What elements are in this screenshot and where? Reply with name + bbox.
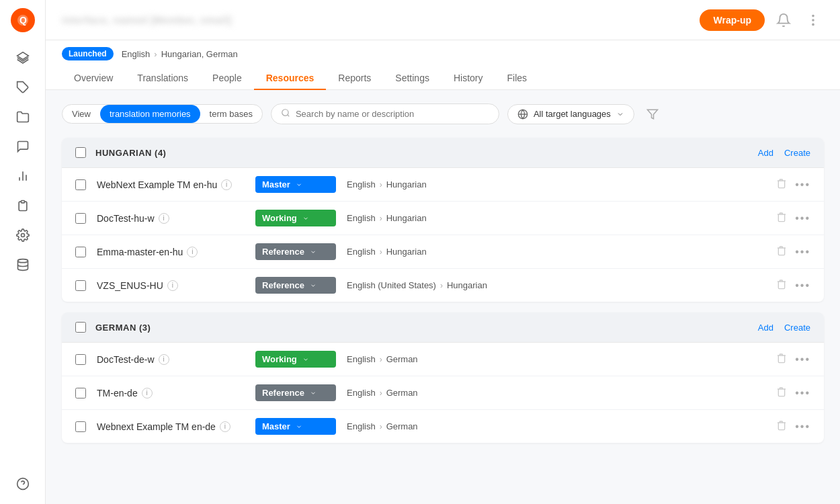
row-checkbox[interactable] — [75, 247, 86, 257]
status-badge: Launched — [62, 47, 114, 60]
content-area: View translation memories term bases All… — [46, 90, 840, 504]
notification-icon[interactable] — [773, 9, 794, 31]
svg-point-13 — [812, 19, 814, 21]
delete-icon[interactable] — [776, 420, 787, 433]
row-language: English › Hungarian — [347, 179, 765, 190]
search-box[interactable] — [271, 103, 499, 124]
svg-point-15 — [282, 110, 288, 116]
view-toggle-term-bases[interactable]: term bases — [200, 105, 262, 123]
hungarian-select-all-checkbox[interactable] — [75, 147, 86, 158]
tab-resources[interactable]: Resources — [254, 67, 327, 90]
more-options-icon[interactable] — [802, 9, 824, 31]
svg-point-8 — [21, 234, 24, 237]
delete-icon[interactable] — [776, 353, 787, 366]
row-name: DocTest-hu-w i — [97, 213, 245, 224]
info-icon[interactable]: i — [142, 388, 153, 398]
german-select-all-checkbox[interactable] — [75, 322, 86, 333]
svg-point-14 — [812, 24, 814, 25]
row-checkbox[interactable] — [75, 354, 86, 365]
german-section-header: GERMAN (3) Add Create — [62, 312, 824, 343]
role-badge-reference[interactable]: Reference — [255, 384, 336, 401]
more-icon[interactable]: ••• — [795, 387, 810, 399]
svg-rect-7 — [21, 201, 24, 203]
search-input[interactable] — [296, 109, 489, 119]
row-name: VZS_ENUS-HU i — [97, 280, 245, 291]
delete-icon[interactable] — [776, 386, 787, 400]
row-name: TM-en-de i — [97, 388, 245, 398]
tab-people[interactable]: People — [200, 67, 254, 90]
delete-icon[interactable] — [776, 178, 787, 192]
search-icon — [281, 108, 290, 120]
role-badge-master[interactable]: Master — [255, 176, 336, 193]
delete-icon[interactable] — [776, 245, 787, 259]
row-checkbox[interactable] — [75, 388, 86, 398]
more-icon[interactable]: ••• — [795, 246, 810, 258]
filter-icon[interactable] — [642, 104, 663, 124]
sidebar-icon-layers[interactable] — [11, 46, 35, 70]
table-row: Webnext Example TM en-de i Master Englis… — [62, 410, 824, 443]
topbar: interface, named [Member, email] Wrap-up — [46, 0, 840, 40]
more-icon[interactable]: ••• — [795, 179, 810, 191]
hungarian-create-button[interactable]: Create — [784, 148, 810, 158]
tab-overview[interactable]: Overview — [62, 67, 125, 90]
delete-icon[interactable] — [776, 279, 787, 292]
info-icon[interactable]: i — [220, 421, 230, 432]
info-icon[interactable]: i — [187, 247, 198, 257]
view-toggle-view[interactable]: View — [62, 105, 100, 123]
table-row: TM-en-de i Reference English › German — [62, 376, 824, 410]
language-filter[interactable]: All target languages — [507, 104, 634, 124]
row-language: English (United States) › Hungarian — [347, 280, 765, 290]
role-badge-master[interactable]: Master — [255, 418, 336, 435]
german-create-button[interactable]: Create — [784, 323, 810, 333]
row-name: WebNext Example TM en-hu i — [97, 179, 245, 190]
tab-translations[interactable]: Translations — [125, 67, 200, 90]
sidebar-icon-folder[interactable] — [11, 105, 35, 129]
filter-bar: View translation memories term bases All… — [62, 103, 824, 124]
delete-icon[interactable] — [776, 212, 787, 225]
breadcrumb-separator: › — [154, 49, 157, 59]
role-badge-reference[interactable]: Reference — [255, 243, 336, 260]
project-status-row: Launched English › Hungarian, German — [62, 47, 824, 60]
german-add-button[interactable]: Add — [758, 323, 773, 333]
row-actions: ••• — [776, 279, 810, 292]
info-icon[interactable]: i — [221, 179, 232, 190]
row-language: English › Hungarian — [347, 247, 765, 257]
row-checkbox[interactable] — [75, 213, 86, 224]
tab-files[interactable]: Files — [495, 67, 539, 90]
svg-marker-19 — [647, 110, 657, 119]
sidebar-icon-database[interactable] — [11, 253, 35, 277]
sidebar-icon-help[interactable] — [11, 472, 35, 496]
tab-reports[interactable]: Reports — [326, 67, 383, 90]
row-checkbox[interactable] — [75, 421, 86, 432]
more-icon[interactable]: ••• — [795, 353, 810, 366]
row-language: English › German — [347, 388, 765, 398]
more-icon[interactable]: ••• — [795, 212, 810, 224]
topbar-actions: Wrap-up — [700, 9, 824, 31]
sidebar-icon-chat[interactable] — [11, 134, 35, 159]
view-toggle-translation-memories[interactable]: translation memories — [100, 105, 200, 123]
row-checkbox[interactable] — [75, 179, 86, 190]
info-icon[interactable]: i — [159, 213, 169, 224]
sidebar-icon-clipboard[interactable] — [11, 194, 35, 218]
role-badge-working[interactable]: Working — [255, 210, 336, 226]
breadcrumb-to: Hungarian, German — [161, 49, 238, 59]
app-logo[interactable]: Q — [11, 8, 35, 32]
more-icon[interactable]: ••• — [795, 421, 810, 433]
tab-settings[interactable]: Settings — [383, 67, 442, 90]
sidebar-icon-tags[interactable] — [11, 75, 35, 99]
info-icon[interactable]: i — [167, 280, 178, 291]
tab-history[interactable]: History — [442, 67, 495, 90]
row-actions: ••• — [776, 178, 810, 192]
sidebar-icon-settings[interactable] — [11, 223, 35, 247]
wrap-up-button[interactable]: Wrap-up — [700, 9, 765, 31]
more-icon[interactable]: ••• — [795, 280, 810, 292]
role-badge-working[interactable]: Working — [255, 351, 336, 368]
sidebar: Q — [0, 0, 46, 504]
info-icon[interactable]: i — [159, 354, 169, 365]
german-section-actions: Add Create — [758, 323, 810, 333]
row-checkbox[interactable] — [75, 280, 86, 291]
table-row: DocTest-de-w i Working English › German — [62, 343, 824, 376]
role-badge-reference[interactable]: Reference — [255, 277, 336, 294]
hungarian-add-button[interactable]: Add — [758, 148, 773, 158]
sidebar-icon-chart[interactable] — [11, 164, 35, 188]
